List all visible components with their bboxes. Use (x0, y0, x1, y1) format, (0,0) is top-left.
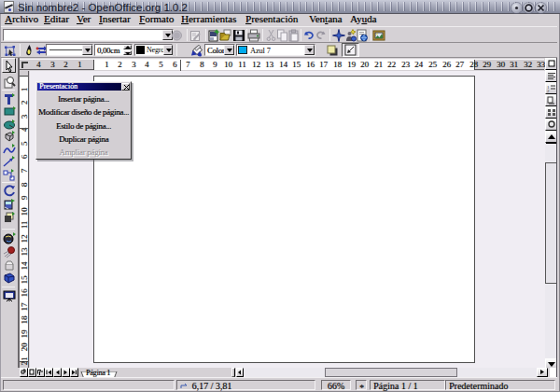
svg-text:2: 2 (547, 89, 550, 93)
